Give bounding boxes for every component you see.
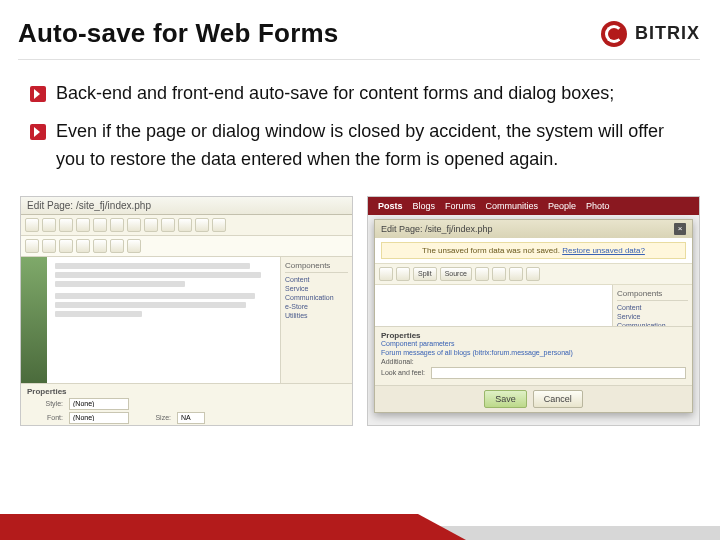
nav-item[interactable]: Photo: [586, 201, 610, 211]
site-nav: Posts Blogs Forums Communities People Ph…: [368, 197, 699, 215]
toolbar-button[interactable]: [509, 267, 523, 281]
bold-button[interactable]: [25, 239, 39, 253]
save-button[interactable]: Save: [484, 390, 527, 408]
content-canvas[interactable]: [375, 285, 612, 326]
restore-notice: The unsaved form data was not saved. Res…: [381, 242, 686, 259]
component-item[interactable]: Service: [285, 284, 348, 293]
font-label: Font:: [27, 414, 63, 421]
toolbar-button[interactable]: [178, 218, 192, 232]
toolbar-button[interactable]: [379, 267, 393, 281]
dialog-toolbar: Split Source: [375, 263, 692, 285]
arrow-icon: [30, 86, 46, 102]
slide-footer-decor: [0, 500, 720, 540]
components-panel: Components Content Service Communication…: [280, 257, 352, 383]
style-label: Style:: [27, 400, 63, 407]
page-title: Auto-save for Web Forms: [18, 18, 339, 49]
component-item[interactable]: Service: [617, 312, 688, 321]
content-area[interactable]: [47, 257, 280, 383]
toolbar-button[interactable]: [25, 218, 39, 232]
components-heading: Components: [617, 289, 688, 301]
toolbar-button[interactable]: [76, 239, 90, 253]
bullet-item: Even if the page or dialog window is clo…: [30, 118, 690, 174]
toolbar-button[interactable]: [127, 218, 141, 232]
toolbar-button[interactable]: [212, 218, 226, 232]
divider: [18, 59, 700, 60]
toolbar-button[interactable]: [93, 218, 107, 232]
toolbar-button[interactable]: [42, 218, 56, 232]
toolbar-button[interactable]: [475, 267, 489, 281]
nav-item[interactable]: Posts: [378, 201, 403, 211]
properties-heading: Properties: [27, 387, 346, 396]
component-item[interactable]: e-Store: [285, 302, 348, 311]
component-item[interactable]: Communication: [285, 293, 348, 302]
toolbar-button[interactable]: [396, 267, 410, 281]
additional-label: Additional:: [381, 358, 414, 365]
look-label: Look and feel:: [381, 369, 425, 376]
toolbar-button[interactable]: [93, 239, 107, 253]
props-subtitle: Component parameters: [381, 340, 686, 347]
slide: Auto-save for Web Forms BITRIX Back-end …: [0, 0, 720, 540]
screenshots-row: Edit Page: /site_fj/index.php: [0, 192, 720, 426]
format-toolbar: [21, 236, 352, 257]
toolbar-button[interactable]: [492, 267, 506, 281]
properties-panel: Properties Style: Font: Size:: [21, 383, 352, 426]
toolbar-button[interactable]: [110, 218, 124, 232]
toolbar: [21, 215, 352, 236]
toolbar-button[interactable]: [59, 218, 73, 232]
toolbar-button[interactable]: [161, 218, 175, 232]
bullet-text: Even if the page or dialog window is clo…: [56, 118, 690, 174]
components-panel: Components Content Service Communication…: [612, 285, 692, 326]
toolbar-button[interactable]: [76, 218, 90, 232]
dialog-main: Components Content Service Communication…: [375, 285, 692, 326]
font-select[interactable]: [69, 412, 129, 424]
italic-button[interactable]: [42, 239, 56, 253]
component-item[interactable]: Utilities: [285, 311, 348, 320]
arrow-icon: [30, 124, 46, 140]
size-label: Size:: [135, 414, 171, 421]
toolbar-button[interactable]: [526, 267, 540, 281]
toolbar-button[interactable]: [195, 218, 209, 232]
editor-body: Components Content Service Communication…: [21, 257, 352, 383]
tab-source[interactable]: Source: [440, 267, 472, 281]
bullet-list: Back-end and front-end auto-save for con…: [0, 70, 720, 192]
window-title: Edit Page: /site_fj/index.php: [21, 197, 352, 215]
dialog-title: Edit Page: /site_fj/index.php: [381, 224, 493, 234]
nav-item[interactable]: People: [548, 201, 576, 211]
nav-item[interactable]: Communities: [486, 201, 539, 211]
cancel-button[interactable]: Cancel: [533, 390, 583, 408]
nav-item[interactable]: Blogs: [413, 201, 436, 211]
notice-text: The unsaved form data was not saved.: [422, 246, 562, 255]
left-gutter: [21, 257, 47, 383]
brand-logo: BITRIX: [601, 21, 700, 47]
bullet-text: Back-end and front-end auto-save for con…: [56, 80, 614, 108]
props-component-name: Forum messages of all blogs (bitrix:foru…: [381, 349, 686, 356]
component-item[interactable]: Content: [617, 303, 688, 312]
bullet-item: Back-end and front-end auto-save for con…: [30, 80, 690, 108]
header: Auto-save for Web Forms BITRIX: [0, 0, 720, 53]
style-select[interactable]: [69, 398, 129, 410]
properties-panel: Properties Component parameters Forum me…: [375, 326, 692, 385]
screenshot-frontend-editor: Posts Blogs Forums Communities People Ph…: [367, 196, 700, 426]
look-input[interactable]: [431, 367, 686, 379]
components-heading: Components: [285, 261, 348, 273]
nav-item[interactable]: Forums: [445, 201, 476, 211]
dialog-titlebar: Edit Page: /site_fj/index.php ×: [375, 220, 692, 238]
tab-split[interactable]: Split: [413, 267, 437, 281]
underline-button[interactable]: [59, 239, 73, 253]
toolbar-button[interactable]: [144, 218, 158, 232]
close-icon[interactable]: ×: [674, 223, 686, 235]
edit-dialog: Edit Page: /site_fj/index.php × The unsa…: [374, 219, 693, 413]
screenshot-backend-editor: Edit Page: /site_fj/index.php: [20, 196, 353, 426]
brand-name: BITRIX: [635, 23, 700, 44]
component-item[interactable]: Content: [285, 275, 348, 284]
properties-heading: Properties: [381, 331, 686, 340]
bitrix-spinner-icon: [601, 21, 627, 47]
size-input[interactable]: [177, 412, 205, 424]
toolbar-button[interactable]: [110, 239, 124, 253]
restore-link[interactable]: Restore unsaved data?: [562, 246, 645, 255]
toolbar-button[interactable]: [127, 239, 141, 253]
dialog-footer: Save Cancel: [375, 385, 692, 412]
